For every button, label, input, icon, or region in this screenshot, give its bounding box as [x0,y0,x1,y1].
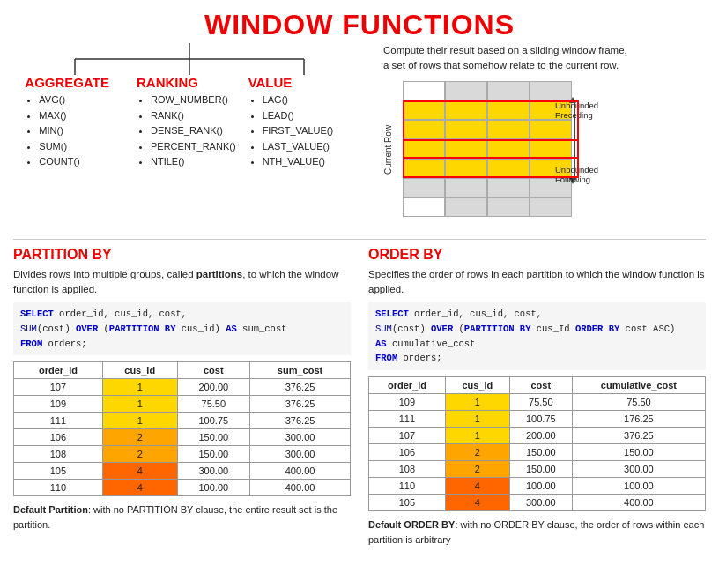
partition-desc: Divides rows into multiple groups, calle… [13,267,351,298]
grid-cell [403,81,445,100]
cell-cus-id: 1 [445,411,509,428]
ranking-category: RANKING ROW_NUMBER() RANK() DENSE_RANK()… [137,75,242,170]
cell-cost: 75.50 [177,396,250,413]
list-item: SUM() [39,139,130,155]
ranking-list: ROW_NUMBER() RANK() DENSE_RANK() PERCENT… [137,93,242,170]
cell-cus-id: 2 [445,444,509,461]
cell-cus-id: 2 [102,429,177,446]
grid-cell [445,178,487,197]
cell-order-id: 106 [14,429,103,446]
cell-order-id: 107 [14,379,103,396]
orderby-table: order_id cus_id cost cumulative_cost 109… [368,376,706,511]
cell-cost: 150.00 [177,446,250,463]
cell-cumulative-cost: 300.00 [572,461,705,478]
cell-sum-cost: 300.00 [250,429,351,446]
cell-cost: 150.00 [509,461,572,478]
orderby-section: ORDER BY Specifies the order of rows in … [368,247,706,547]
cell-cost: 300.00 [509,495,572,511]
grid-cell [487,178,530,197]
cell-cus-id: 4 [102,463,177,480]
cell-cus-id: 4 [445,478,509,495]
diagram-description: Compute their result based on a sliding … [383,43,706,74]
partition-footer: Default Partition: with no PARTITION BY … [13,502,351,532]
value-list: LAG() LEAD() FIRST_VALUE() LAST_VALUE() … [248,93,354,170]
grid-cell [403,100,445,120]
cell-sum-cost: 400.00 [250,463,351,480]
col-header-cus-id: cus_id [102,362,177,379]
cell-cus-id: 1 [102,413,177,429]
grid-cell [403,139,445,159]
unbounded-preceding-label: UnboundedPreceding [555,100,621,120]
cell-cus-id: 4 [102,480,177,496]
grid-cell [445,159,487,178]
table-row: 110 4 100.00 400.00 [14,480,351,496]
list-item: LAST_VALUE() [263,139,354,155]
cell-cumulative-cost: 100.00 [572,478,705,495]
cell-sum-cost: 376.25 [250,396,351,413]
list-item: COUNT() [39,154,130,170]
cell-order-id: 111 [14,413,103,429]
orderby-code: SELECT order_id, cus_id, cost, SUM(cost)… [368,302,706,370]
cell-cost: 150.00 [509,444,572,461]
cell-cumulative-cost: 150.00 [572,444,705,461]
list-item: MAX() [39,108,130,124]
table-row: 108 2 150.00 300.00 [14,446,351,463]
grid-cell [530,81,572,100]
cell-cost: 100.00 [509,478,572,495]
page-title: WINDOW FUNCTIONS [13,9,706,41]
grid-cell [530,120,572,139]
grid-cell [487,120,530,139]
cell-cost: 100.75 [509,411,572,428]
aggregate-title: AGGREGATE [25,75,130,90]
grid-cell [403,159,445,178]
cell-cost: 200.00 [509,428,572,444]
cell-order-id: 108 [14,446,103,463]
table-row: 105 4 300.00 400.00 [369,495,706,511]
diagram-area: Current Row [383,81,630,227]
list-item: LEAD() [263,108,354,124]
grid-cell [487,81,530,100]
aggregate-category: AGGREGATE AVG() MAX() MIN() SUM() COUNT(… [25,75,130,170]
cell-cumulative-cost: 176.25 [572,411,705,428]
cell-cus-id: 1 [445,428,509,444]
partition-title: PARTITION BY [13,247,351,263]
cell-order-id: 109 [14,396,103,413]
cell-order-id: 105 [14,463,103,480]
table-row: 109 1 75.50 75.50 [369,394,706,411]
cell-order-id: 111 [369,411,446,428]
orderby-desc: Specifies the order of rows in each part… [368,267,706,298]
list-item: ROW_NUMBER() [151,93,242,108]
list-item: DENSE_RANK() [151,123,242,139]
aggregate-list: AVG() MAX() MIN() SUM() COUNT() [25,93,130,170]
cell-sum-cost: 376.25 [250,379,351,396]
grid-cell [445,100,487,120]
grid [403,81,579,217]
col-header-cumulative-cost: cumulative_cost [572,377,705,394]
cell-cumulative-cost: 400.00 [572,495,705,511]
col-header-cost: cost [509,377,572,394]
list-item: RANK() [151,108,242,124]
cell-order-id: 110 [369,478,446,495]
cell-cost: 150.00 [177,429,250,446]
table-row: 111 1 100.75 176.25 [369,411,706,428]
cell-cost: 300.00 [177,463,250,480]
grid-cell [487,100,530,120]
cell-order-id: 107 [369,428,446,444]
orderby-title: ORDER BY [368,247,706,263]
grid-cell [403,120,445,139]
divider [13,239,706,240]
cell-sum-cost: 376.25 [250,413,351,429]
table-row: 105 4 300.00 400.00 [14,463,351,480]
cell-sum-cost: 400.00 [250,480,351,496]
cell-cus-id: 2 [102,446,177,463]
table-row: 111 1 100.75 376.25 [14,413,351,429]
cell-cus-id: 2 [445,461,509,478]
cell-cus-id: 1 [102,379,177,396]
cell-cost: 100.75 [177,413,250,429]
ranking-title: RANKING [137,75,242,90]
value-category: VALUE LAG() LEAD() FIRST_VALUE() LAST_VA… [248,75,354,170]
grid-cell [487,139,530,159]
partition-code: SELECT order_id, cus_id, cost, SUM(cost)… [13,302,351,355]
list-item: AVG() [39,93,130,108]
table-row: 108 2 150.00 300.00 [369,461,706,478]
